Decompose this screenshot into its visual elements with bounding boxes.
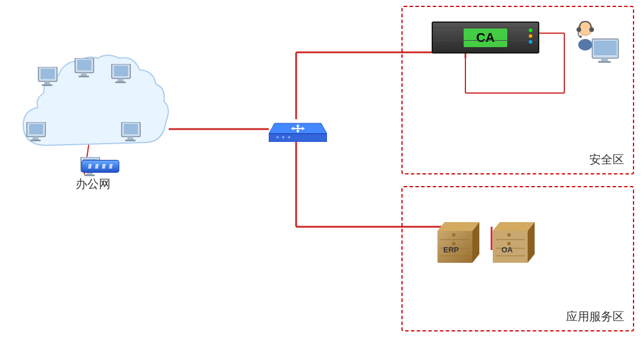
app-service-zone: ERP OA — [401, 186, 634, 331]
svg-rect-26 — [118, 78, 123, 81]
ca-label: CA — [464, 28, 508, 47]
computer-4 — [24, 122, 51, 149]
office-network-label: 办公网 — [76, 176, 111, 192]
svg-rect-34 — [33, 137, 38, 140]
svg-text:OA: OA — [501, 245, 513, 254]
computer-1 — [36, 67, 62, 94]
svg-point-63 — [578, 39, 592, 51]
svg-rect-57 — [601, 58, 608, 61]
svg-rect-29 — [77, 60, 91, 70]
svg-rect-22 — [44, 81, 50, 84]
svg-rect-33 — [29, 124, 43, 134]
office-network-area: 办公网 — [12, 35, 175, 198]
svg-rect-30 — [81, 73, 87, 76]
svg-point-79 — [507, 233, 511, 237]
svg-rect-31 — [79, 76, 89, 77]
svg-rect-25 — [114, 66, 128, 76]
svg-point-54 — [288, 136, 290, 138]
svg-rect-39 — [125, 140, 136, 141]
app-zone-label: 应用服务区 — [566, 309, 624, 324]
svg-rect-23 — [42, 84, 52, 86]
erp-server: ERP — [437, 222, 484, 268]
svg-point-52 — [276, 136, 279, 138]
svg-point-70 — [452, 233, 456, 237]
computer-3 — [73, 58, 99, 85]
svg-rect-35 — [30, 140, 41, 141]
security-zone: CA — [401, 6, 634, 174]
svg-point-62 — [579, 35, 582, 38]
oa-server: OA — [493, 222, 539, 268]
svg-rect-58 — [598, 61, 611, 63]
svg-marker-65 — [437, 222, 479, 231]
middle-switch — [269, 116, 327, 142]
svg-point-61 — [589, 27, 594, 32]
mini-switch — [81, 160, 119, 173]
svg-marker-74 — [493, 222, 535, 231]
svg-point-53 — [282, 136, 284, 138]
ca-server: CA — [432, 22, 539, 55]
admin-person — [575, 16, 624, 68]
svg-rect-27 — [115, 81, 126, 83]
diagram-container: 办公网 — [0, 0, 644, 339]
svg-rect-21 — [41, 69, 55, 79]
svg-text:ERP: ERP — [443, 245, 459, 254]
svg-rect-37 — [124, 124, 138, 134]
svg-rect-56 — [594, 41, 617, 55]
svg-rect-38 — [127, 137, 133, 140]
computer-5 — [119, 122, 145, 149]
computer-2 — [109, 64, 136, 91]
security-zone-label: 安全区 — [589, 152, 624, 167]
